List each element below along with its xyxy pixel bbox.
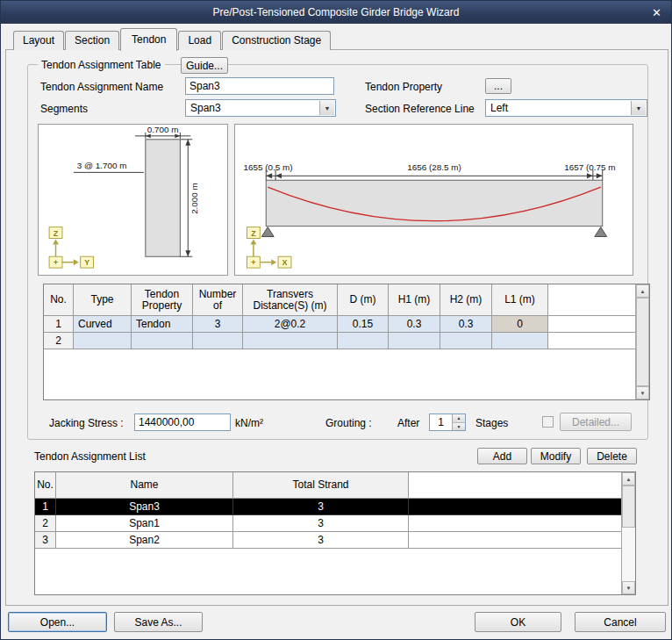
cell-property[interactable]	[132, 333, 193, 349]
grouting-stage-stepper[interactable]: ▲ ▼	[429, 413, 466, 431]
scroll-down-icon[interactable]: ▼	[622, 581, 635, 594]
ok-button[interactable]: OK	[475, 612, 561, 632]
guide-button[interactable]: Guide...	[181, 57, 228, 74]
spin-down-icon[interactable]: ▼	[453, 423, 465, 431]
tendon-table-scrollbar[interactable]: ▲ ▼	[635, 284, 649, 399]
col-h1: H1 (m)	[389, 284, 440, 316]
cell-h1[interactable]: 0.3	[389, 316, 440, 333]
section-view-panel: 0.700 m 3 @ 1.700 m 2.000 m Z +	[38, 124, 228, 276]
assignment-list-header: No. Name Total Strand	[35, 472, 621, 499]
jacking-stress-input[interactable]	[134, 413, 231, 431]
cell-transvers[interactable]	[243, 333, 338, 349]
scroll-up-icon[interactable]: ▲	[636, 284, 649, 298]
spin-up-icon[interactable]: ▲	[453, 414, 465, 423]
tab-load[interactable]: Load	[178, 31, 221, 50]
cell-no[interactable]: 1	[44, 316, 74, 333]
assignment-name-input[interactable]	[185, 77, 334, 95]
cell-number[interactable]	[193, 333, 243, 349]
assignment-list-title: Tendon Assignment List	[34, 450, 146, 463]
svg-text:Z: Z	[251, 229, 256, 238]
list-row-span2[interactable]: 3 Span2 3	[35, 532, 621, 549]
cell-type[interactable]: Curved	[74, 316, 132, 333]
assignment-name-label: Tendon Assignment Name	[40, 81, 163, 93]
svg-text:Y: Y	[84, 258, 89, 267]
close-icon[interactable]: ✕	[652, 1, 661, 24]
detailed-checkbox[interactable]	[542, 416, 554, 428]
right-support-icon	[595, 227, 607, 237]
section-reference-line-value: Left	[490, 102, 508, 114]
modify-button[interactable]: Modify	[531, 448, 581, 464]
cell-name[interactable]: Span2	[56, 532, 233, 549]
scroll-up-icon[interactable]: ▲	[622, 472, 635, 485]
tendon-table-row[interactable]: 2	[44, 333, 635, 349]
cell-no[interactable]: 2	[44, 333, 74, 349]
tab-section[interactable]: Section	[65, 31, 119, 50]
tab-construction-stage[interactable]: Construction Stage	[222, 31, 331, 50]
header-filler	[548, 284, 635, 316]
cell-h2[interactable]: 0.3	[440, 316, 492, 333]
left-node-label: 1655 (0.5 m)	[244, 162, 293, 172]
tendon-property-label: Tendon Property	[365, 81, 442, 93]
cell-d[interactable]	[338, 333, 389, 349]
tendon-table: No. Type Tendon Property Number of Trans…	[43, 284, 650, 400]
tab-layout[interactable]: Layout	[13, 31, 64, 50]
add-button[interactable]: Add	[477, 448, 527, 464]
col-no: No.	[35, 472, 56, 499]
scroll-thumb[interactable]	[636, 298, 649, 386]
section-height-dim: 2.000 m	[189, 183, 199, 214]
cell-h1[interactable]	[389, 333, 440, 349]
delete-button[interactable]: Delete	[587, 448, 637, 464]
cell-name[interactable]: Span3	[56, 499, 233, 515]
cell-no[interactable]: 1	[35, 499, 56, 515]
col-d: D (m)	[338, 284, 389, 316]
segments-select[interactable]: Span3 ▼	[185, 99, 336, 117]
cell-number[interactable]: 3	[193, 316, 243, 333]
cell-type[interactable]	[74, 333, 132, 349]
segments-label: Segments	[40, 103, 88, 115]
cell-total[interactable]: 3	[233, 515, 409, 532]
section-reference-line-select[interactable]: Left ▼	[485, 99, 647, 117]
title-bar[interactable]: Pre/Post-Tensioned Composite Girder Brid…	[1, 1, 671, 24]
grouting-stage-input[interactable]	[430, 414, 452, 430]
tab-tendon[interactable]: Tendon	[120, 28, 177, 51]
list-row-span3[interactable]: 1 Span3 3	[35, 499, 621, 515]
cell-d[interactable]: 0.15	[338, 316, 389, 333]
cancel-button[interactable]: Cancel	[575, 612, 666, 632]
right-node-label: 1657 (0.75 m	[564, 162, 615, 172]
section-reference-line-label: Section Reference Line	[365, 103, 475, 115]
cell-transvers[interactable]: 2@0.2	[243, 316, 338, 333]
chevron-down-icon[interactable]: ▼	[319, 101, 334, 115]
cell-l1[interactable]: 0	[492, 316, 548, 333]
tendon-property-browse-button[interactable]: ...	[485, 78, 511, 94]
jacking-stress-label: Jacking Stress :	[49, 417, 124, 429]
list-row-span1[interactable]: 2 Span1 3	[35, 515, 621, 532]
chevron-down-icon[interactable]: ▼	[631, 101, 646, 115]
col-h2: H2 (m)	[440, 284, 492, 316]
grouting-after-label: After	[397, 417, 419, 429]
jacking-stress-unit: kN/m²	[235, 417, 263, 429]
segments-value: Span3	[190, 102, 221, 114]
cell-property[interactable]: Tendon	[132, 316, 193, 333]
scroll-down-icon[interactable]: ▼	[636, 386, 649, 399]
cell-h2[interactable]	[440, 333, 492, 349]
open-button[interactable]: Open...	[8, 612, 107, 632]
cell-no[interactable]: 2	[35, 515, 56, 532]
cell-total[interactable]: 3	[233, 499, 409, 515]
tendon-table-row[interactable]: 1 Curved Tendon 3 2@0.2 0.15 0.3 0.3 0	[44, 316, 635, 333]
save-as-button[interactable]: Save As...	[114, 612, 203, 632]
col-total-strand: Total Strand	[233, 472, 409, 499]
scroll-thumb[interactable]	[622, 485, 635, 528]
assignment-list-scrollbar[interactable]: ▲ ▼	[621, 472, 635, 594]
cell-name[interactable]: Span1	[56, 515, 233, 532]
detailed-button[interactable]: Detailed...	[560, 413, 632, 431]
window-title: Pre/Post-Tensioned Composite Girder Brid…	[213, 6, 460, 18]
cell-total[interactable]: 3	[233, 532, 409, 549]
cell-no[interactable]: 3	[35, 532, 56, 549]
svg-text:Z: Z	[54, 229, 59, 238]
col-tendon-property: Tendon Property	[132, 284, 193, 316]
cell-l1[interactable]	[492, 333, 548, 349]
col-type: Type	[74, 284, 132, 316]
col-number-of: Number of	[193, 284, 243, 316]
grouting-label: Grouting :	[325, 417, 372, 429]
span-label: 1656 (28.5 m)	[407, 162, 461, 172]
